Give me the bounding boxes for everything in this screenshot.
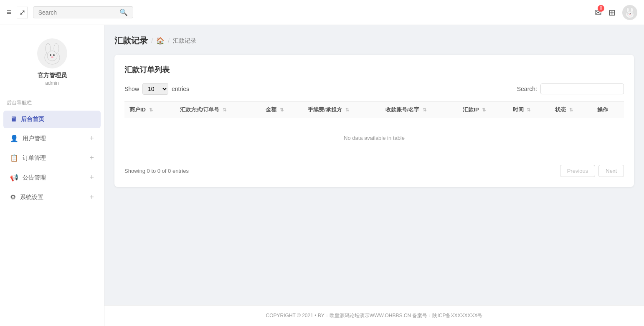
sidebar-icon-announcements: 📢 (10, 174, 18, 182)
sidebar-plus-settings[interactable]: + (89, 193, 94, 202)
header-avatar[interactable] (622, 5, 637, 20)
sidebar-user: 官方管理员 admin (0, 32, 104, 96)
sidebar-item-orders[interactable]: 📋 订单管理 + (3, 149, 101, 167)
menu-icon[interactable]: ≡ (7, 8, 12, 17)
pagination-buttons: Previous Next (560, 165, 624, 177)
sidebar-plus-announcements[interactable]: + (89, 173, 94, 182)
previous-button[interactable]: Previous (560, 165, 596, 177)
sidebar-username: 官方管理员 (38, 72, 67, 79)
col-header-status[interactable]: 状态 ⇅ (550, 102, 592, 118)
apps-icon: ⊞ (609, 8, 616, 17)
col-header-account_name[interactable]: 收款账号/名字 ⇅ (380, 102, 458, 118)
page-title: 汇款记录 (114, 35, 148, 46)
col-header-payment_method[interactable]: 汇款方式/订单号 ⇅ (175, 102, 261, 118)
sort-icon-payment_method: ⇅ (223, 107, 226, 112)
search-label: Search: (517, 86, 537, 92)
sidebar-label-settings: 系统设置 (20, 194, 85, 201)
svg-point-13 (51, 56, 53, 58)
search-icon[interactable]: 🔍 (119, 8, 128, 16)
show-label: Show (124, 86, 139, 92)
sort-icon-time: ⇅ (527, 107, 530, 112)
sidebar-avatar (37, 38, 67, 68)
table-search-input[interactable] (540, 83, 624, 94)
table-controls: Show 102550100 entries Search: (124, 83, 624, 95)
footer: COPYRIGHT © 2021 • BY：欧皇源码论坛演示WWW.OHBBS.… (104, 305, 644, 326)
svg-point-5 (630, 13, 631, 13)
sidebar-item-home[interactable]: 🖥 后台首页 (3, 111, 101, 128)
apps-icon-button[interactable]: ⊞ (609, 8, 616, 18)
breadcrumb-home-icon[interactable]: 🏠 (156, 37, 165, 45)
main-wrapper: 汇款记录 / 🏠 / 汇款记录 汇款订单列表 Show 102550100 en… (104, 25, 644, 326)
col-header-remit_ip[interactable]: 汇款IP ⇅ (458, 102, 507, 118)
breadcrumb-sep-2: / (168, 38, 170, 44)
sidebar-plus-users[interactable]: + (89, 134, 94, 143)
sidebar-plus-orders[interactable]: + (89, 154, 94, 162)
entries-label: entries (172, 86, 189, 92)
pagination-info: Showing 0 to 0 of 0 entries (124, 168, 189, 174)
sort-icon-remit_ip: ⇅ (482, 107, 486, 112)
col-header-time[interactable]: 时间 ⇅ (508, 102, 550, 118)
top-header: ≡ ⤢ 🔍 ✉ 0 ⊞ (0, 0, 644, 25)
data-table: 商户ID ⇅汇款方式/订单号 ⇅金额 ⇅手续费/承担方 ⇅收款账号/名字 ⇅汇款… (124, 101, 624, 158)
col-header-amount[interactable]: 金额 ⇅ (261, 102, 303, 118)
sort-icon-fee_bearer: ⇅ (345, 107, 349, 112)
sidebar-label-home: 后台首页 (21, 116, 94, 123)
sidebar-nav-title: 后台导航栏 (0, 96, 104, 110)
main-card: 汇款订单列表 Show 102550100 entries Search: (114, 55, 634, 187)
sidebar-icon-home: 🖥 (10, 116, 17, 123)
table-body: No data available in table (124, 118, 624, 158)
breadcrumb-current: 汇款记录 (173, 37, 196, 45)
sidebar-icon-users: 👤 (10, 134, 18, 142)
sidebar-role: admin (45, 80, 59, 86)
breadcrumb: 汇款记录 / 🏠 / 汇款记录 (114, 35, 634, 46)
breadcrumb-sep-1: / (151, 38, 153, 44)
sidebar: 官方管理员 admin 后台导航栏 🖥 后台首页 👤 用户管理 + 📋 订单管理… (0, 25, 104, 326)
sidebar-label-users: 用户管理 (23, 135, 85, 142)
table-header: 商户ID ⇅汇款方式/订单号 ⇅金额 ⇅手续费/承担方 ⇅收款账号/名字 ⇅汇款… (124, 102, 624, 118)
header-search-input[interactable] (38, 9, 116, 16)
header-left: ≡ ⤢ 🔍 (7, 6, 133, 18)
svg-point-11 (50, 54, 51, 56)
sidebar-item-announcements[interactable]: 📢 公告管理 + (3, 168, 101, 187)
card-title: 汇款订单列表 (124, 65, 624, 75)
table-search: Search: (517, 83, 624, 94)
svg-point-6 (629, 14, 631, 15)
sidebar-label-orders: 订单管理 (23, 154, 85, 162)
entries-select[interactable]: 102550100 (142, 83, 168, 95)
sort-icon-merchant_id: ⇅ (149, 107, 153, 112)
sidebar-items-container: 🖥 后台首页 👤 用户管理 + 📋 订单管理 + 📢 公告管理 + ⚙ 系统设置… (0, 110, 104, 207)
sidebar-icon-orders: 📋 (10, 154, 18, 162)
header-right: ✉ 0 ⊞ (595, 5, 637, 20)
header-search-box: 🔍 (33, 6, 133, 18)
svg-point-12 (53, 54, 55, 56)
svg-point-10 (47, 51, 57, 61)
pagination-row: Showing 0 to 0 of 0 entries Previous Nex… (124, 165, 624, 177)
col-header-fee_bearer[interactable]: 手续费/承担方 ⇅ (303, 102, 380, 118)
layout: 官方管理员 admin 后台导航栏 🖥 后台首页 👤 用户管理 + 📋 订单管理… (0, 25, 644, 326)
footer-text: COPYRIGHT © 2021 • BY：欧皇源码论坛演示WWW.OHBBS.… (266, 313, 483, 318)
next-button[interactable]: Next (598, 165, 624, 177)
col-header-action: 操作 (592, 102, 624, 118)
sidebar-item-users[interactable]: 👤 用户管理 + (3, 129, 101, 148)
col-header-merchant_id[interactable]: 商户ID ⇅ (124, 102, 175, 118)
sidebar-icon-settings: ⚙ (10, 193, 16, 201)
sort-icon-status: ⇅ (569, 107, 573, 112)
sidebar-label-announcements: 公告管理 (23, 174, 85, 182)
notification-badge: 0 (598, 5, 604, 12)
sort-icon-amount: ⇅ (280, 107, 284, 112)
show-entries: Show 102550100 entries (124, 83, 189, 95)
expand-icon[interactable]: ⤢ (17, 7, 28, 18)
sidebar-item-settings[interactable]: ⚙ 系统设置 + (3, 188, 101, 207)
sort-icon-account_name: ⇅ (423, 107, 426, 112)
main-content: 汇款记录 / 🏠 / 汇款记录 汇款订单列表 Show 102550100 en… (104, 25, 644, 305)
svg-point-4 (629, 13, 629, 13)
notification-bell-button[interactable]: ✉ 0 (595, 8, 602, 18)
no-data-cell: No data available in table (124, 118, 624, 158)
